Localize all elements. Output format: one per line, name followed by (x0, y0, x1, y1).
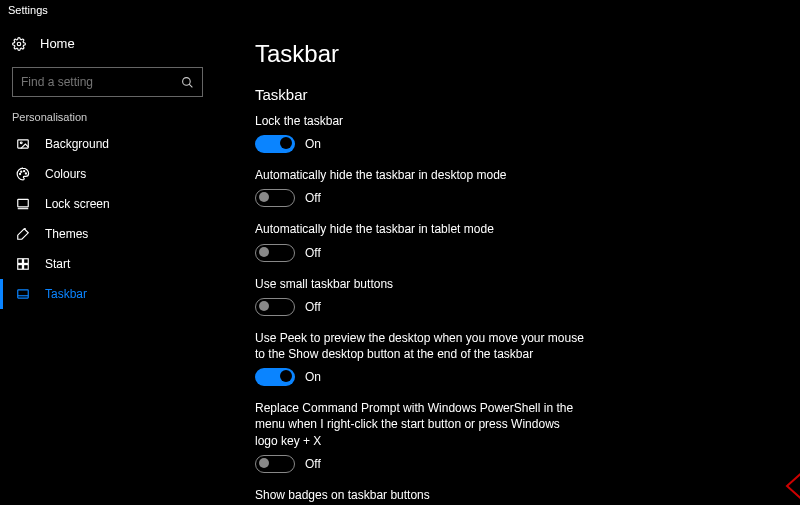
palette-icon (15, 167, 31, 181)
search-input-wrap[interactable] (12, 67, 203, 97)
sidebar-item-label: Lock screen (45, 197, 110, 211)
svg-point-5 (20, 173, 21, 174)
svg-rect-13 (18, 265, 23, 270)
start-icon (15, 257, 31, 271)
toggle-state: Off (305, 246, 321, 260)
sidebar-item-taskbar[interactable]: Taskbar (0, 279, 215, 309)
category-label: Personalisation (0, 111, 215, 129)
toggle-state: On (305, 137, 321, 151)
svg-point-7 (24, 171, 25, 172)
annotation-arrow-icon (785, 468, 800, 504)
sidebar-item-themes[interactable]: Themes (0, 219, 215, 249)
setting-label: Use Peek to preview the desktop when you… (255, 330, 585, 362)
page-title: Taskbar (255, 40, 780, 68)
setting-label: Automatically hide the taskbar in tablet… (255, 221, 585, 237)
svg-line-2 (189, 84, 192, 87)
taskbar-icon (15, 287, 31, 301)
toggle-powershell[interactable] (255, 455, 295, 473)
home-icon (12, 37, 26, 51)
sidebar-item-start[interactable]: Start (0, 249, 215, 279)
svg-rect-11 (18, 259, 23, 264)
toggle-lock-taskbar[interactable] (255, 135, 295, 153)
sidebar-item-background[interactable]: Background (0, 129, 215, 159)
lockscreen-icon (15, 197, 31, 211)
setting-small-buttons: Use small taskbar buttons Off (255, 276, 585, 316)
nav-list: Background Colours Lock screen Themes St… (0, 129, 215, 309)
setting-label: Show badges on taskbar buttons (255, 487, 585, 503)
svg-rect-9 (18, 199, 29, 207)
window-title: Settings (0, 0, 800, 20)
picture-icon (15, 137, 31, 151)
setting-badges: Show badges on taskbar buttons On (255, 487, 585, 505)
setting-label: Use small taskbar buttons (255, 276, 585, 292)
home-button[interactable]: Home (0, 30, 215, 57)
toggle-small-buttons[interactable] (255, 298, 295, 316)
setting-autohide-tablet: Automatically hide the taskbar in tablet… (255, 221, 585, 261)
sidebar-item-label: Colours (45, 167, 86, 181)
toggle-state: Off (305, 300, 321, 314)
search-icon (181, 76, 194, 89)
toggle-state: On (305, 370, 321, 384)
section-title: Taskbar (255, 86, 780, 103)
svg-point-6 (21, 171, 22, 172)
svg-point-1 (183, 77, 191, 85)
toggle-peek[interactable] (255, 368, 295, 386)
setting-label: Lock the taskbar (255, 113, 585, 129)
setting-lock-taskbar: Lock the taskbar On (255, 113, 585, 153)
sidebar-item-lockscreen[interactable]: Lock screen (0, 189, 215, 219)
toggle-autohide-desktop[interactable] (255, 189, 295, 207)
sidebar-item-colours[interactable]: Colours (0, 159, 215, 189)
setting-powershell: Replace Command Prompt with Windows Powe… (255, 400, 585, 473)
toggle-state: Off (305, 457, 321, 471)
sidebar: Home Personalisation Background Colours (0, 20, 215, 505)
home-label: Home (40, 36, 75, 51)
setting-label: Automatically hide the taskbar in deskto… (255, 167, 585, 183)
sidebar-item-label: Taskbar (45, 287, 87, 301)
svg-point-8 (25, 173, 26, 174)
setting-label: Replace Command Prompt with Windows Powe… (255, 400, 585, 449)
svg-point-4 (20, 142, 22, 144)
toggle-autohide-tablet[interactable] (255, 244, 295, 262)
sidebar-item-label: Start (45, 257, 70, 271)
svg-rect-14 (24, 265, 29, 270)
svg-point-0 (17, 42, 21, 46)
main-content: Taskbar Taskbar Lock the taskbar On Auto… (215, 20, 800, 505)
setting-peek: Use Peek to preview the desktop when you… (255, 330, 585, 386)
toggle-state: Off (305, 191, 321, 205)
themes-icon (15, 227, 31, 241)
sidebar-item-label: Background (45, 137, 109, 151)
sidebar-item-label: Themes (45, 227, 88, 241)
search-input[interactable] (21, 75, 181, 89)
svg-rect-12 (24, 259, 29, 264)
setting-autohide-desktop: Automatically hide the taskbar in deskto… (255, 167, 585, 207)
svg-rect-15 (18, 290, 29, 298)
